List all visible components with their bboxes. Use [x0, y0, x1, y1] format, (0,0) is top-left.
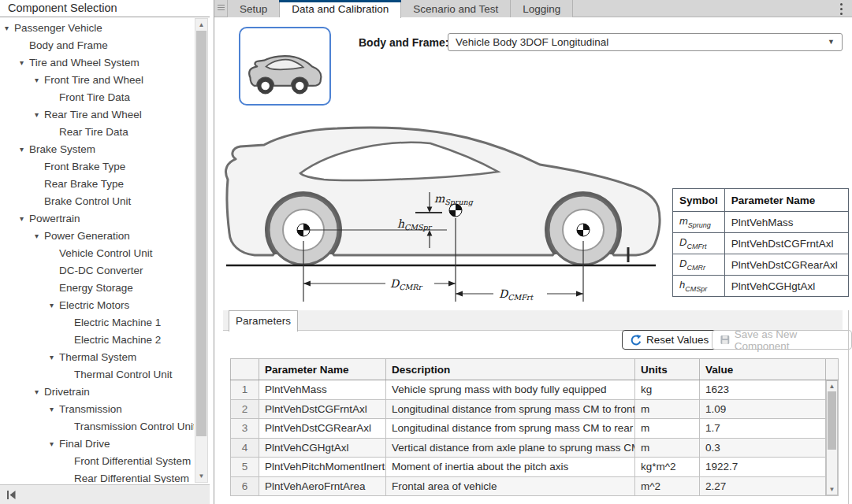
tree-item-power-generation[interactable]: ▾Power Generation	[0, 228, 194, 245]
cell-desc[interactable]: Vehicle sprung mass with body fully equi…	[386, 380, 635, 400]
cell-desc[interactable]: Vertical distance from axle plane to spr…	[386, 438, 635, 458]
tree-item-rear-tire-data[interactable]: Rear Tire Data	[0, 124, 194, 141]
scroll-down-icon[interactable]: ▼	[195, 470, 207, 482]
tree-item-dc-dc-converter[interactable]: DC-DC Converter	[0, 262, 194, 280]
reset-values-button[interactable]: Reset Values	[622, 330, 717, 350]
tree-item-label: Electric Motors	[59, 299, 129, 311]
tab-logging[interactable]: Logging	[511, 0, 573, 17]
tree-item-tire-and-wheel-system[interactable]: ▾Tire and Wheel System	[0, 54, 194, 72]
tree-item-drivetrain[interactable]: ▾Drivetrain	[0, 384, 194, 401]
tree-item-label: Passenger Vehicle	[14, 22, 102, 34]
tree-item-vehicle-control-unit[interactable]: Vehicle Control Unit	[0, 245, 194, 262]
sidebar-collapse-bar[interactable]	[0, 484, 210, 504]
cell-units[interactable]: kg*m^2	[635, 458, 700, 477]
cell-name[interactable]: PlntVehAeroFrntArea	[259, 476, 386, 496]
cell-units[interactable]: m	[635, 399, 700, 419]
parameter-name-header[interactable]: Parameter Name	[259, 359, 386, 380]
tree-item-electric-machine-2[interactable]: Electric Machine 2	[0, 332, 194, 349]
symbol-cell: hCMSpr	[673, 276, 725, 297]
tree-item-front-brake-type[interactable]: Front Brake Type	[0, 158, 194, 176]
cell-value[interactable]: 0.3	[700, 438, 826, 458]
tree-item-powertrain[interactable]: ▾Powertrain	[0, 210, 194, 228]
tree-collapse-arrow-icon[interactable]: ▾	[50, 435, 59, 453]
tree-collapse-arrow-icon[interactable]: ▾	[50, 297, 59, 314]
tree-item-body-and-frame[interactable]: Body and Frame	[0, 37, 194, 54]
body-and-frame-component-button[interactable]	[239, 27, 331, 106]
symbol-table-row: DCMFrtPlntVehDstCGFrntAxl	[673, 233, 849, 254]
tree-collapse-arrow-icon[interactable]: ▾	[35, 106, 44, 124]
tree-item-rear-brake-type[interactable]: Rear Brake Type	[0, 176, 194, 193]
tree-item-final-drive[interactable]: ▾Final Drive	[0, 435, 194, 453]
tree-item-brake-control-unit[interactable]: Brake Control Unit	[0, 193, 194, 210]
scrollbar-thumb[interactable]	[828, 391, 836, 450]
tab-setup[interactable]: Setup	[227, 0, 280, 17]
cell-desc[interactable]: Moment of inertia about the pitch axis	[386, 458, 635, 477]
cell-value[interactable]: 1.09	[700, 399, 826, 419]
cell-units[interactable]: m	[635, 419, 700, 439]
cell-name[interactable]: PlntVehDstCGRearAxl	[259, 419, 386, 439]
car-icon	[247, 54, 323, 96]
tree-item-passenger-vehicle[interactable]: ▾Passenger Vehicle	[0, 20, 194, 37]
cell-units[interactable]: m	[635, 438, 700, 458]
symbol-cell: DCMFrt	[673, 233, 725, 254]
cell-name[interactable]: PlntVehPitchMomentInertia	[259, 458, 386, 477]
row-number-column-header	[231, 359, 259, 380]
tree-collapse-arrow-icon[interactable]: ▾	[5, 20, 14, 37]
cell-name[interactable]: PlntVehDstCGFrntAxl	[259, 399, 386, 419]
tree-item-front-differential-system[interactable]: Front Differential System	[0, 453, 194, 470]
cell-units[interactable]: m^2	[635, 476, 700, 496]
table-scrollbar[interactable]: ▲ ▼	[826, 380, 838, 495]
cell-desc[interactable]: Frontal area of vehicle	[386, 476, 635, 496]
save-as-new-component-button[interactable]: Save as New Component	[712, 330, 852, 350]
tree-collapse-arrow-icon[interactable]: ▾	[20, 141, 29, 158]
tree-item-rear-differential-system[interactable]: Rear Differential System	[0, 470, 194, 483]
scroll-up-icon[interactable]: ▲	[827, 381, 837, 391]
scrollbar-thumb[interactable]	[196, 31, 206, 436]
cm-marker-front-axle	[577, 224, 590, 236]
tab-scenario-and-test[interactable]: Scenario and Test	[401, 0, 511, 17]
scroll-up-icon[interactable]: ▲	[195, 19, 207, 31]
cell-value[interactable]: 1623	[700, 380, 826, 400]
symbol-table-row: DCMRrPlntVehDstCGRearAxl	[673, 254, 849, 276]
cell-value[interactable]: 2.27	[700, 476, 826, 496]
tree-item-front-tire-data[interactable]: Front Tire Data	[0, 89, 194, 106]
scrollbar-spacer	[826, 359, 839, 380]
tree-item-energy-storage[interactable]: Energy Storage	[0, 280, 194, 297]
collapse-panel-icon[interactable]	[6, 489, 17, 501]
drag-grip-icon[interactable]	[218, 5, 225, 13]
tree-item-label: Power Generation	[44, 230, 130, 242]
tree-item-thermal-system[interactable]: ▾Thermal System	[0, 349, 194, 366]
tree-item-brake-system[interactable]: ▾Brake System	[0, 141, 194, 158]
cell-units[interactable]: kg	[635, 380, 700, 400]
tree-item-thermal-control-unit[interactable]: Thermal Control Unit	[0, 366, 194, 384]
tree-item-electric-machine-1[interactable]: Electric Machine 1	[0, 314, 194, 332]
tab-parameters[interactable]: Parameters	[229, 310, 298, 332]
cell-name[interactable]: PlntVehMass	[259, 380, 386, 400]
tab-data-and-calibration[interactable]: Data and Calibration	[280, 0, 401, 18]
cell-name[interactable]: PlntVehCGHgtAxl	[259, 438, 386, 458]
tree-collapse-arrow-icon[interactable]: ▾	[50, 349, 59, 366]
units-header[interactable]: Units	[635, 359, 700, 380]
sidebar-scrollbar[interactable]: ▲ ▼	[195, 18, 208, 483]
tree-collapse-arrow-icon[interactable]: ▾	[35, 72, 44, 89]
value-header[interactable]: Value	[700, 359, 826, 380]
tree-collapse-arrow-icon[interactable]: ▾	[20, 54, 29, 72]
cell-desc[interactable]: Longitudinal distance from sprung mass C…	[386, 399, 635, 419]
cell-desc[interactable]: Longitudinal distance from sprung mass C…	[386, 419, 635, 439]
body-and-frame-dropdown[interactable]: Vehicle Body 3DOF Longitudinal ▼	[448, 33, 843, 51]
tree-collapse-arrow-icon[interactable]: ▾	[50, 401, 59, 418]
cell-value[interactable]: 1922.7	[700, 458, 826, 477]
tree-item-transmission[interactable]: ▾Transmission	[0, 401, 194, 418]
tree-item-electric-motors[interactable]: ▾Electric Motors	[0, 297, 194, 314]
description-header[interactable]: Description	[386, 359, 635, 380]
tree-collapse-arrow-icon[interactable]: ▾	[35, 384, 44, 401]
tree-collapse-arrow-icon[interactable]: ▾	[35, 228, 44, 245]
scroll-down-icon[interactable]: ▼	[827, 484, 837, 495]
parameter-table: Parameter Name Description Units Value 1…	[230, 358, 839, 496]
tree-item-transmission-control-unit[interactable]: Transmission Control Unit	[0, 418, 194, 435]
tree-item-front-tire-and-wheel[interactable]: ▾Front Tire and Wheel	[0, 72, 194, 89]
tree-item-rear-tire-and-wheel[interactable]: ▾Rear Tire and Wheel	[0, 106, 194, 124]
tree-collapse-arrow-icon[interactable]: ▾	[20, 210, 29, 228]
cell-value[interactable]: 1.7	[700, 419, 826, 439]
kebab-menu-icon[interactable]	[838, 3, 844, 15]
